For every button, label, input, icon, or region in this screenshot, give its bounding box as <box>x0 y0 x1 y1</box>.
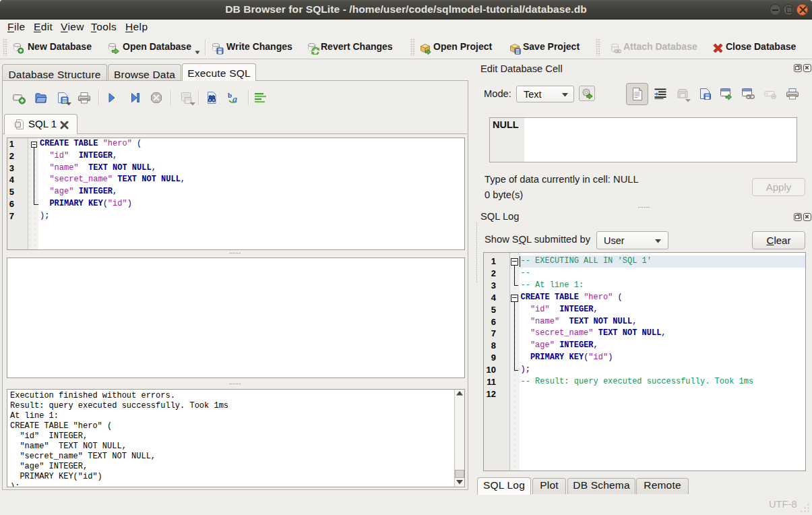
svg-text:b: b <box>228 91 232 99</box>
